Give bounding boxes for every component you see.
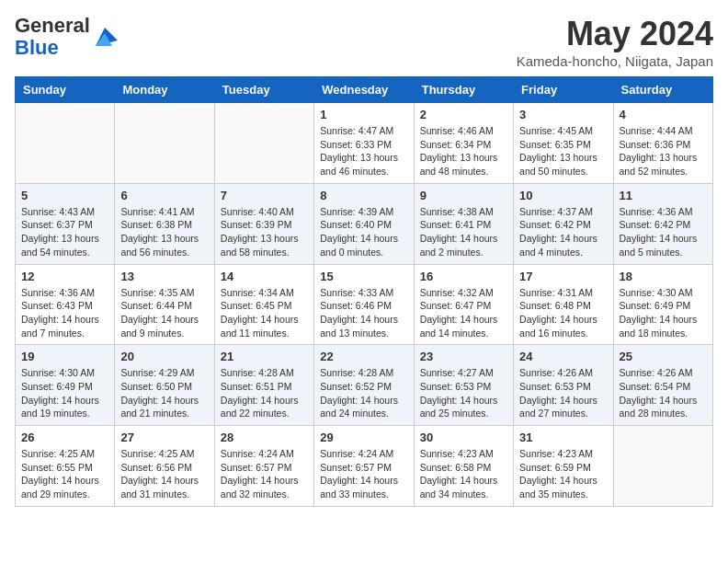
day-number: 31: [519, 431, 607, 444]
calendar-week-row: 1Sunrise: 4:47 AM Sunset: 6:33 PM Daylig…: [16, 103, 713, 184]
calendar-cell: 17Sunrise: 4:31 AM Sunset: 6:48 PM Dayli…: [514, 264, 613, 345]
day-number: 11: [620, 189, 707, 202]
day-info: Sunrise: 4:29 AM Sunset: 6:50 PM Dayligh…: [120, 366, 208, 420]
page-container: General Blue May 2024 Kameda-honcho, Nii…: [15, 15, 713, 507]
day-number: 14: [221, 270, 308, 283]
calendar-cell: 11Sunrise: 4:36 AM Sunset: 6:42 PM Dayli…: [613, 183, 712, 264]
calendar-week-row: 19Sunrise: 4:30 AM Sunset: 6:49 PM Dayli…: [16, 345, 713, 426]
calendar-cell: 27Sunrise: 4:25 AM Sunset: 6:56 PM Dayli…: [115, 426, 214, 507]
day-info: Sunrise: 4:23 AM Sunset: 6:58 PM Dayligh…: [420, 447, 507, 501]
calendar-header-saturday: Saturday: [613, 77, 712, 103]
day-info: Sunrise: 4:46 AM Sunset: 6:34 PM Dayligh…: [420, 124, 507, 178]
calendar-header-monday: Monday: [115, 77, 214, 103]
day-info: Sunrise: 4:40 AM Sunset: 6:39 PM Dayligh…: [221, 205, 308, 259]
calendar-cell: 19Sunrise: 4:30 AM Sunset: 6:49 PM Dayli…: [16, 345, 115, 426]
calendar-cell: 3Sunrise: 4:45 AM Sunset: 6:35 PM Daylig…: [514, 103, 613, 184]
calendar-cell: 29Sunrise: 4:24 AM Sunset: 6:57 PM Dayli…: [314, 426, 414, 507]
calendar-cell: 15Sunrise: 4:33 AM Sunset: 6:46 PM Dayli…: [314, 264, 414, 345]
calendar-cell: 2Sunrise: 4:46 AM Sunset: 6:34 PM Daylig…: [414, 103, 513, 184]
day-info: Sunrise: 4:24 AM Sunset: 6:57 PM Dayligh…: [221, 447, 308, 501]
day-number: 6: [120, 189, 208, 202]
calendar-header-thursday: Thursday: [414, 77, 513, 103]
day-info: Sunrise: 4:36 AM Sunset: 6:42 PM Dayligh…: [620, 205, 707, 259]
day-info: Sunrise: 4:25 AM Sunset: 6:55 PM Dayligh…: [21, 447, 108, 501]
header: General Blue May 2024 Kameda-honcho, Nii…: [15, 15, 713, 69]
calendar-cell: 21Sunrise: 4:28 AM Sunset: 6:51 PM Dayli…: [214, 345, 313, 426]
day-number: 17: [519, 270, 607, 283]
calendar-cell: 30Sunrise: 4:23 AM Sunset: 6:58 PM Dayli…: [414, 426, 513, 507]
calendar-cell: 10Sunrise: 4:37 AM Sunset: 6:42 PM Dayli…: [514, 183, 613, 264]
day-number: 28: [221, 431, 308, 444]
day-number: 9: [420, 189, 507, 202]
calendar-cell: 6Sunrise: 4:41 AM Sunset: 6:38 PM Daylig…: [115, 183, 214, 264]
day-number: 4: [620, 108, 707, 121]
day-info: Sunrise: 4:28 AM Sunset: 6:51 PM Dayligh…: [221, 366, 308, 420]
day-info: Sunrise: 4:33 AM Sunset: 6:46 PM Dayligh…: [320, 286, 407, 340]
calendar-cell: 31Sunrise: 4:23 AM Sunset: 6:59 PM Dayli…: [514, 426, 613, 507]
logo-icon: [92, 24, 118, 50]
calendar-header-tuesday: Tuesday: [214, 77, 313, 103]
day-number: 26: [21, 431, 108, 444]
day-info: Sunrise: 4:30 AM Sunset: 6:49 PM Dayligh…: [620, 286, 707, 340]
location: Kameda-honcho, Niigata, Japan: [517, 53, 713, 69]
calendar-cell: 5Sunrise: 4:43 AM Sunset: 6:37 PM Daylig…: [16, 183, 115, 264]
day-info: Sunrise: 4:23 AM Sunset: 6:59 PM Dayligh…: [519, 447, 607, 501]
calendar-header-friday: Friday: [514, 77, 613, 103]
month-title: May 2024: [517, 15, 713, 53]
day-number: 20: [120, 350, 208, 363]
calendar-cell: 13Sunrise: 4:35 AM Sunset: 6:44 PM Dayli…: [115, 264, 214, 345]
day-number: 3: [519, 108, 607, 121]
day-info: Sunrise: 4:27 AM Sunset: 6:53 PM Dayligh…: [420, 366, 507, 420]
day-number: 1: [320, 108, 407, 121]
day-info: Sunrise: 4:43 AM Sunset: 6:37 PM Dayligh…: [21, 205, 108, 259]
calendar-cell: 26Sunrise: 4:25 AM Sunset: 6:55 PM Dayli…: [16, 426, 115, 507]
day-info: Sunrise: 4:28 AM Sunset: 6:52 PM Dayligh…: [320, 366, 407, 420]
logo-blue-text: Blue: [15, 36, 59, 59]
day-info: Sunrise: 4:36 AM Sunset: 6:43 PM Dayligh…: [21, 286, 108, 340]
day-number: 2: [420, 108, 507, 121]
calendar-week-row: 5Sunrise: 4:43 AM Sunset: 6:37 PM Daylig…: [16, 183, 713, 264]
day-info: Sunrise: 4:47 AM Sunset: 6:33 PM Dayligh…: [320, 124, 407, 178]
day-info: Sunrise: 4:24 AM Sunset: 6:57 PM Dayligh…: [320, 447, 407, 501]
calendar-cell: 22Sunrise: 4:28 AM Sunset: 6:52 PM Dayli…: [314, 345, 414, 426]
day-number: 13: [120, 270, 208, 283]
day-number: 30: [420, 431, 507, 444]
calendar-header-row: SundayMondayTuesdayWednesdayThursdayFrid…: [16, 77, 713, 103]
calendar-cell: 25Sunrise: 4:26 AM Sunset: 6:54 PM Dayli…: [613, 345, 712, 426]
day-number: 12: [21, 270, 108, 283]
day-number: 29: [320, 431, 407, 444]
calendar-header-wednesday: Wednesday: [314, 77, 414, 103]
calendar-cell: 23Sunrise: 4:27 AM Sunset: 6:53 PM Dayli…: [414, 345, 513, 426]
day-number: 24: [519, 350, 607, 363]
calendar-cell: 16Sunrise: 4:32 AM Sunset: 6:47 PM Dayli…: [414, 264, 513, 345]
day-number: 27: [120, 431, 208, 444]
calendar-cell: 4Sunrise: 4:44 AM Sunset: 6:36 PM Daylig…: [613, 103, 712, 184]
calendar-table: SundayMondayTuesdayWednesdayThursdayFrid…: [15, 76, 713, 507]
day-info: Sunrise: 4:26 AM Sunset: 6:54 PM Dayligh…: [620, 366, 707, 420]
calendar-cell: 12Sunrise: 4:36 AM Sunset: 6:43 PM Dayli…: [16, 264, 115, 345]
day-number: 10: [519, 189, 607, 202]
day-number: 15: [320, 270, 407, 283]
day-info: Sunrise: 4:26 AM Sunset: 6:53 PM Dayligh…: [519, 366, 607, 420]
calendar-cell: 9Sunrise: 4:38 AM Sunset: 6:41 PM Daylig…: [414, 183, 513, 264]
day-number: 5: [21, 189, 108, 202]
day-info: Sunrise: 4:35 AM Sunset: 6:44 PM Dayligh…: [120, 286, 208, 340]
day-number: 25: [620, 350, 707, 363]
day-info: Sunrise: 4:32 AM Sunset: 6:47 PM Dayligh…: [420, 286, 507, 340]
day-info: Sunrise: 4:45 AM Sunset: 6:35 PM Dayligh…: [519, 124, 607, 178]
day-number: 21: [221, 350, 308, 363]
calendar-cell: [115, 103, 214, 184]
logo-general-text: General: [15, 14, 90, 37]
calendar-header-sunday: Sunday: [16, 77, 115, 103]
title-block: May 2024 Kameda-honcho, Niigata, Japan: [517, 15, 713, 69]
day-number: 19: [21, 350, 108, 363]
day-info: Sunrise: 4:44 AM Sunset: 6:36 PM Dayligh…: [620, 124, 707, 178]
calendar-cell: 7Sunrise: 4:40 AM Sunset: 6:39 PM Daylig…: [214, 183, 313, 264]
day-info: Sunrise: 4:37 AM Sunset: 6:42 PM Dayligh…: [519, 205, 607, 259]
calendar-cell: [613, 426, 712, 507]
day-info: Sunrise: 4:39 AM Sunset: 6:40 PM Dayligh…: [320, 205, 407, 259]
day-info: Sunrise: 4:34 AM Sunset: 6:45 PM Dayligh…: [221, 286, 308, 340]
calendar-cell: 20Sunrise: 4:29 AM Sunset: 6:50 PM Dayli…: [115, 345, 214, 426]
logo: General Blue: [15, 15, 118, 59]
calendar-cell: 28Sunrise: 4:24 AM Sunset: 6:57 PM Dayli…: [214, 426, 313, 507]
